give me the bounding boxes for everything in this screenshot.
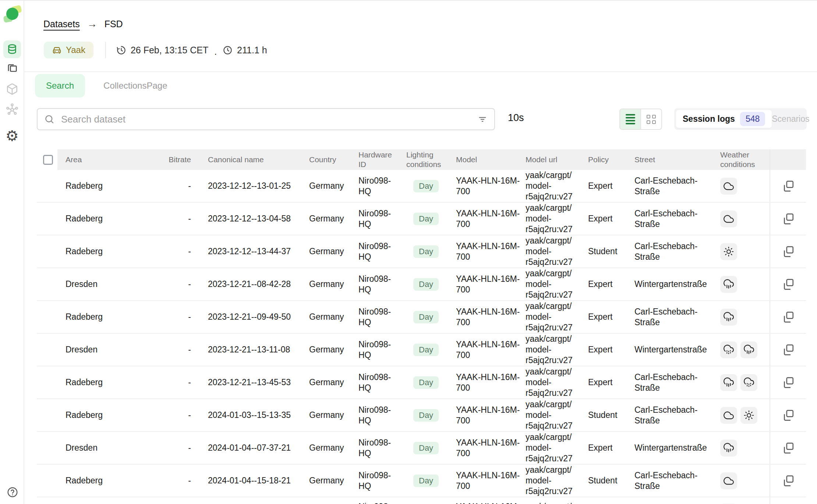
copy-button[interactable] [782, 442, 795, 454]
cell-area: Radeberg [57, 246, 162, 257]
toolbar: 10s Session logs 548 Scenarios [24, 108, 817, 130]
sidebar-item-packages[interactable] [3, 80, 21, 98]
search-input[interactable] [61, 114, 477, 125]
table-row[interactable]: Radeberg - 2023-12-21--13-45-53 Germany … [37, 366, 806, 399]
column-header-hardware-id[interactable]: Hardware ID [351, 149, 401, 170]
copy-button[interactable] [782, 245, 795, 258]
table-row[interactable]: Dresden - 2024-01-05--08-46-29 Germany N… [37, 497, 806, 504]
session-duration-label: 211.1 h [237, 45, 267, 56]
cell-weather [714, 210, 770, 227]
copy-button[interactable] [782, 376, 795, 389]
cell-model-url: yaak/cargpt/model-r5ajq2ru:v27 [521, 301, 581, 333]
sidebar: ⚙ [0, 1, 24, 504]
cell-street: Wintergartenstraße [629, 443, 714, 453]
copy-button[interactable] [782, 475, 795, 487]
cell-street: Wintergartenstraße [629, 279, 714, 290]
cell-weather [714, 243, 770, 260]
cell-weather [714, 276, 770, 293]
cell-bitrate: - [162, 312, 195, 322]
cell-model: YAAK-HLN-16M-700 [451, 208, 521, 230]
cell-country: Germany [298, 279, 351, 290]
cell-hardware-id: Niro098-HQ [351, 339, 401, 361]
copy-button[interactable] [782, 409, 795, 422]
column-header-weather-conditions[interactable]: Weather conditions [714, 149, 770, 170]
cell-policy: Expert [581, 344, 629, 355]
cell-street: Carl-Eschebach-Straße [629, 175, 714, 197]
table-row[interactable]: Radeberg - 2023-12-12--13-04-58 Germany … [37, 203, 806, 235]
tab-search[interactable]: Search [35, 74, 85, 97]
cell-country: Germany [298, 377, 351, 388]
cell-canonical-name: 2023-12-12--13-44-37 [195, 246, 298, 257]
cell-lighting: Day [401, 442, 451, 454]
copy-button[interactable] [782, 344, 795, 356]
table-row[interactable]: Radeberg - 2024-01-03--15-13-35 Germany … [37, 399, 806, 432]
vehicle-name: Yaak [66, 45, 85, 55]
cell-policy: Expert [581, 213, 629, 224]
column-header-model[interactable]: Model [451, 149, 521, 170]
grid-view-icon [647, 115, 656, 124]
copy-button[interactable] [782, 311, 795, 323]
cell-canonical-name: 2023-12-21--13-45-53 [195, 377, 298, 388]
cell-model-url: yaak/cargpt/model-r5ajq2ru:v27 [521, 399, 581, 431]
breadcrumb-datasets-link[interactable]: Datasets [43, 19, 80, 29]
car-icon [52, 45, 62, 55]
app-window: ⚙ Datasets → FSD Yaak [0, 0, 817, 504]
logs-scenarios-toggle: Session logs 548 Scenarios [674, 108, 807, 130]
column-header-canonical-name[interactable]: Canonical name [195, 149, 298, 170]
filter-icon[interactable] [477, 114, 488, 124]
help-button[interactable] [7, 486, 18, 498]
cell-country: Germany [298, 344, 351, 355]
breadcrumb-current: FSD [105, 19, 123, 29]
column-header-model-url[interactable]: Model url [521, 149, 581, 170]
sidebar-item-datasets[interactable] [3, 40, 21, 58]
session-logs-segment[interactable]: Session logs 548 [676, 110, 772, 128]
cell-lighting: Day [401, 245, 451, 258]
column-header-policy[interactable]: Policy [581, 149, 629, 170]
weather-drizzle-icon [740, 374, 757, 391]
weather-cloud-icon [720, 472, 737, 489]
list-view-button[interactable] [620, 109, 640, 129]
table-row[interactable]: Radeberg - 2023-12-12--13-44-37 Germany … [37, 235, 806, 268]
column-header-street[interactable]: Street [629, 149, 714, 170]
tab-bar: Search CollectionsPage [35, 74, 178, 97]
table-row[interactable]: Radeberg - 2024-01-04--15-18-21 Germany … [37, 465, 806, 497]
cell-area: Dresden [57, 279, 162, 290]
package-icon [6, 83, 18, 95]
cell-model: YAAK-HLN-16M-700 [451, 241, 521, 262]
sidebar-item-collections[interactable] [3, 60, 21, 77]
table-row[interactable]: Radeberg - 2023-12-21--09-49-50 Germany … [37, 301, 806, 334]
cell-hardware-id: Niro098-HQ [351, 372, 401, 393]
copy-icon [782, 442, 795, 454]
cell-model: YAAK-HLN-16M-700 [451, 306, 521, 328]
table-row[interactable]: Radeberg - 2023-12-12--13-01-25 Germany … [37, 170, 806, 203]
sidebar-item-settings[interactable]: ⚙ [3, 127, 21, 145]
column-header-country[interactable]: Country [298, 149, 351, 170]
cell-lighting: Day [401, 409, 451, 422]
cell-model: YAAK-HLN-16M-700 [451, 175, 521, 197]
cell-hardware-id: Niro098-HQ [351, 437, 401, 459]
tab-collections-page[interactable]: CollectionsPage [92, 74, 178, 97]
copy-button[interactable] [782, 278, 795, 291]
table-row[interactable]: Dresden - 2023-12-21--08-42-28 Germany N… [37, 268, 806, 301]
search-box[interactable] [37, 108, 495, 130]
cell-hardware-id: Niro098-HQ [351, 501, 401, 504]
sidebar-item-pipelines[interactable] [3, 100, 21, 118]
session-datetime: 26 Feb, 13:15 CET [116, 45, 208, 56]
cell-canonical-name: 2023-12-12--13-01-25 [195, 181, 298, 191]
column-header-area[interactable]: Area [57, 149, 162, 170]
table-row[interactable]: Dresden - 2023-12-21--13-11-08 Germany N… [37, 334, 806, 366]
cell-street: Carl-Eschebach-Straße [629, 208, 714, 230]
select-all-checkbox[interactable] [43, 155, 53, 165]
copy-button[interactable] [782, 180, 795, 192]
column-header-lighting-conditions[interactable]: Lighting conditions [401, 149, 451, 170]
vehicle-badge: Yaak [44, 42, 93, 58]
scenarios-segment[interactable]: Scenarios [772, 114, 809, 124]
table-row[interactable]: Dresden - 2024-01-04--07-37-21 Germany N… [37, 432, 806, 465]
cell-policy: Expert [581, 312, 629, 322]
session-logs-count-badge: 548 [740, 112, 765, 126]
cell-street: Carl-Eschebach-Straße [629, 470, 714, 491]
cell-country: Germany [298, 443, 351, 453]
copy-button[interactable] [782, 213, 795, 225]
column-header-bitrate[interactable]: Bitrate [162, 149, 195, 170]
grid-view-button[interactable] [640, 109, 661, 129]
